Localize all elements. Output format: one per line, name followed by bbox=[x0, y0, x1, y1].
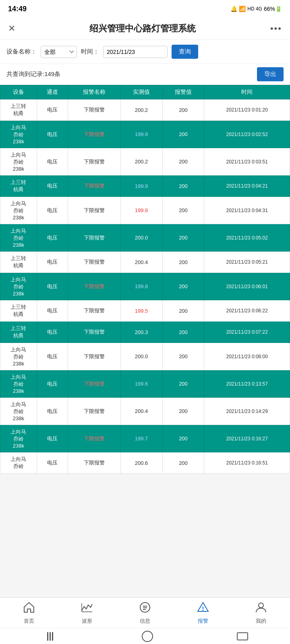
cell-time: 2021/11/23 0:05:02 bbox=[204, 224, 290, 252]
col-time: 时间 bbox=[204, 85, 290, 99]
device-select[interactable]: 全部 bbox=[41, 46, 77, 58]
cell-alarm-val: 200 bbox=[162, 425, 204, 452]
nav-wave[interactable]: 波形 bbox=[71, 602, 103, 625]
nav-home[interactable]: 首页 bbox=[13, 602, 45, 625]
table-row: 上三转 杭甬电压下限报警200.32002021/11/23 0:07:22 bbox=[0, 322, 290, 343]
cell-time: 2021/11/23 0:02:52 bbox=[204, 121, 290, 148]
cell-time: 2021/11/23 0:04:21 bbox=[204, 175, 290, 197]
cell-device: 上三转 杭甬 bbox=[0, 99, 37, 121]
col-alarm-name: 报警名称 bbox=[68, 85, 120, 99]
col-measured: 实测值 bbox=[120, 85, 162, 99]
close-button[interactable]: ✕ bbox=[8, 23, 15, 34]
cell-alarm-val: 200 bbox=[162, 148, 204, 175]
cell-alarm-val: 200 bbox=[162, 273, 204, 300]
query-button[interactable]: 查询 bbox=[172, 45, 198, 59]
table-row: 上向马 乔岭 238k电压下限报警199.72002021/11/23 0:16… bbox=[0, 425, 290, 452]
app-title: 绍兴管理中心路灯管理系统 bbox=[89, 23, 196, 35]
nav-home-label: 首页 bbox=[24, 617, 34, 625]
home-system-button[interactable] bbox=[142, 631, 153, 642]
nav-mine[interactable]: 我的 bbox=[245, 602, 277, 625]
cell-device: 上向马 乔岭 238k bbox=[0, 273, 37, 300]
alert-icon bbox=[197, 602, 209, 616]
cell-alarm-val: 200 bbox=[162, 452, 204, 474]
cell-device: 上三转 杭甬 bbox=[0, 252, 37, 273]
recent-button[interactable] bbox=[237, 632, 248, 640]
time-label: 时间： bbox=[81, 48, 99, 56]
cell-measured: 199.5 bbox=[120, 300, 162, 322]
table-row: 上三转 杭甬电压下限报警200.22002021/11/23 0:01:20 bbox=[0, 99, 290, 121]
col-device: 设备 bbox=[0, 85, 37, 99]
cell-alarm-name: 下限报警 bbox=[68, 343, 120, 370]
col-channel: 通道 bbox=[37, 85, 68, 99]
cell-device: 上三转 杭甬 bbox=[0, 175, 37, 197]
cell-device: 上向马 乔岭 bbox=[0, 452, 37, 474]
cell-time: 2021/11/23 0:06:22 bbox=[204, 300, 290, 322]
cell-measured: 200.4 bbox=[120, 398, 162, 425]
cell-device: 上向马 乔岭 238k bbox=[0, 224, 37, 252]
cell-time: 2021/11/23 0:08:00 bbox=[204, 343, 290, 370]
cell-alarm-name: 下限报警 bbox=[68, 452, 120, 474]
data-table-container: 设备 通道 报警名称 实测值 报警值 时间 上三转 杭甬电压下限报警200.22… bbox=[0, 85, 290, 474]
table-row: 上向马 乔岭电压下限报警200.62002021/11/23 0:16:51 bbox=[0, 452, 290, 474]
cell-channel: 电压 bbox=[37, 322, 68, 343]
cell-device: 上向马 乔岭 238k bbox=[0, 398, 37, 425]
cell-time: 2021/11/23 0:06:01 bbox=[204, 273, 290, 300]
cell-alarm-val: 200 bbox=[162, 252, 204, 273]
message-icon bbox=[139, 602, 151, 616]
cell-time: 2021/11/23 0:05:21 bbox=[204, 252, 290, 273]
cell-measured: 199.9 bbox=[120, 121, 162, 148]
cell-channel: 电压 bbox=[37, 452, 68, 474]
app-header: ✕ 绍兴管理中心路灯管理系统 ••• bbox=[0, 18, 290, 40]
export-button[interactable]: 导出 bbox=[257, 67, 284, 81]
cell-measured: 199.9 bbox=[120, 175, 162, 197]
cell-alarm-val: 200 bbox=[162, 121, 204, 148]
svg-point-8 bbox=[259, 603, 263, 608]
cell-alarm-name: 下限报警 bbox=[68, 425, 120, 452]
home-icon bbox=[23, 602, 35, 616]
cell-alarm-name: 下限报警 bbox=[68, 121, 120, 148]
cell-alarm-val: 200 bbox=[162, 398, 204, 425]
cell-channel: 电压 bbox=[37, 398, 68, 425]
cell-time: 2021/11/23 0:16:51 bbox=[204, 452, 290, 474]
cell-measured: 199.6 bbox=[120, 370, 162, 398]
nav-alarm[interactable]: 报警 bbox=[187, 602, 219, 625]
more-button[interactable]: ••• bbox=[270, 23, 282, 34]
nav-info-label: 信息 bbox=[140, 617, 150, 625]
cell-alarm-val: 200 bbox=[162, 343, 204, 370]
nav-info[interactable]: 信息 bbox=[129, 602, 161, 625]
cell-alarm-name: 下限报警 bbox=[68, 175, 120, 197]
cell-time: 2021/11/23 0:03:51 bbox=[204, 148, 290, 175]
cell-channel: 电压 bbox=[37, 99, 68, 121]
table-row: 上三转 杭甬电压下限报警199.52002021/11/23 0:06:22 bbox=[0, 300, 290, 322]
cell-alarm-val: 200 bbox=[162, 224, 204, 252]
cell-device: 上向马 乔岭 238k bbox=[0, 343, 37, 370]
network-icon: HD 4G bbox=[247, 6, 262, 12]
status-icons: 🔔 📶 HD 4G 66%🔋 bbox=[230, 6, 282, 12]
col-alarm-val: 报警值 bbox=[162, 85, 204, 99]
wifi-icon: 📶 bbox=[239, 6, 246, 12]
cell-time: 2021/11/23 0:13:57 bbox=[204, 370, 290, 398]
table-row: 上向马 乔岭 238k电压下限报警199.62002021/11/23 0:13… bbox=[0, 370, 290, 398]
cell-measured: 200.0 bbox=[120, 224, 162, 252]
alarm-icon: 🔔 bbox=[230, 6, 237, 12]
table-row: 上向马 乔岭 238k电压下限报警200.22002021/11/23 0:03… bbox=[0, 148, 290, 175]
table-row: 上三转 杭甬电压下限报警199.92002021/11/23 0:04:21 bbox=[0, 175, 290, 197]
back-button[interactable] bbox=[42, 630, 58, 642]
cell-alarm-name: 下限报警 bbox=[68, 300, 120, 322]
cell-time: 2021/11/23 0:14:29 bbox=[204, 398, 290, 425]
cell-device: 上向马 乔岭 238k bbox=[0, 425, 37, 452]
bottom-nav: 首页 波形 信息 bbox=[0, 597, 290, 628]
cell-measured: 200.0 bbox=[120, 343, 162, 370]
nav-mine-label: 我的 bbox=[256, 617, 266, 625]
table-row: 上向马 乔岭 238k电压下限报警200.02002021/11/23 0:05… bbox=[0, 224, 290, 252]
date-input[interactable] bbox=[103, 46, 168, 58]
cell-alarm-name: 下限报警 bbox=[68, 99, 120, 121]
cell-time: 2021/11/23 0:01:20 bbox=[204, 99, 290, 121]
cell-alarm-name: 下限报警 bbox=[68, 322, 120, 343]
cell-measured: 200.6 bbox=[120, 452, 162, 474]
cell-measured: 200.2 bbox=[120, 99, 162, 121]
cell-channel: 电压 bbox=[37, 121, 68, 148]
cell-time: 2021/11/23 0:07:22 bbox=[204, 322, 290, 343]
cell-time: 2021/11/23 0:04:31 bbox=[204, 197, 290, 224]
cell-measured: 199.8 bbox=[120, 273, 162, 300]
